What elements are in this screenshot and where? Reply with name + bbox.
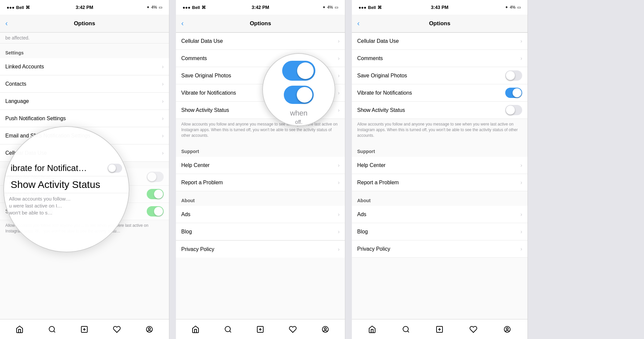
nav-bar-right: ‹ Options (352, 15, 527, 33)
gap-2 (345, 0, 352, 339)
status-bar-left: ●●● Bell ⌘ 3:42 PM ✦ 4% ▭ (0, 0, 169, 15)
nav-title-mid: Options (250, 20, 271, 27)
blog-item-mid[interactable]: Blog › (176, 223, 345, 240)
help-center-item-mid[interactable]: Help Center › (176, 157, 345, 174)
report-problem-item-right[interactable]: Report a Problem › (352, 174, 527, 191)
search-tab-mid[interactable] (221, 323, 235, 336)
activity-toggle-left[interactable] (147, 206, 164, 216)
vibrate-toggle-left[interactable] (147, 172, 164, 182)
status-bar-mid: ●●● Bell ⌘ 3:42 PM ✦ 4% ▭ (176, 0, 345, 15)
ads-item-right[interactable]: Ads › (352, 206, 527, 223)
ads-label-right: Ads (357, 212, 366, 217)
support-header-right: Support (352, 142, 527, 157)
back-button-left[interactable]: ‹ (5, 19, 8, 28)
blog-item-right[interactable]: Blog › (352, 223, 527, 240)
mag-desc-area: Allow accounts you follow…u were last ac… (4, 193, 129, 218)
mag-desc-text: Allow accounts you follow…u were last ac… (9, 196, 71, 215)
left-panel: ●●● Bell ⌘ 3:42 PM ✦ 4% ▭ ‹ Options be a… (0, 0, 169, 339)
svg-line-8 (229, 331, 231, 332)
vibrate-toggle-right[interactable] (505, 88, 522, 98)
nav-title-left: Options (74, 20, 95, 27)
status-right-right: ✦ 4% ▭ (505, 5, 521, 10)
vibrate-toggle-on-left[interactable] (147, 189, 164, 199)
ads-item-mid[interactable]: Ads › (176, 206, 345, 223)
save-photos-toggle[interactable] (505, 70, 522, 81)
show-activity-item-right[interactable]: Show Activity Status (352, 102, 527, 119)
contacts-label: Contacts (5, 81, 26, 87)
language-item[interactable]: Language › (0, 93, 169, 110)
report-problem-chevron-right: › (521, 180, 522, 186)
language-chevron: › (162, 98, 164, 104)
push-notifications-item[interactable]: Push Notification Settings › (0, 110, 169, 127)
mag-blue-knob (297, 62, 314, 79)
mag-when-text: when (287, 109, 311, 119)
search-tab-left[interactable] (45, 323, 59, 336)
privacy-item-mid[interactable]: Privacy Policy › (176, 240, 345, 258)
heart-tab-left[interactable] (110, 323, 123, 336)
help-center-label-right: Help Center (357, 162, 385, 168)
right-fill (528, 0, 644, 339)
nav-title-right: Options (429, 20, 450, 27)
profile-tab-right[interactable] (501, 323, 514, 336)
cellular-item-mid[interactable]: Cellular Data Use › (176, 33, 345, 50)
cellular-chevron-right: › (521, 38, 522, 44)
profile-tab-left[interactable] (143, 323, 156, 336)
privacy-label-right: Privacy Policy (357, 246, 390, 252)
heart-tab-mid[interactable] (286, 323, 299, 336)
svg-point-13 (324, 328, 326, 330)
status-right-left: ✦ 4% ▭ (146, 5, 162, 10)
mag-active-toggle (284, 86, 314, 104)
help-center-item-right[interactable]: Help Center › (352, 157, 527, 174)
svg-point-20 (506, 328, 508, 330)
nav-bar-left: ‹ Options (0, 15, 169, 33)
svg-line-1 (53, 331, 55, 332)
contacts-item[interactable]: Contacts › (0, 75, 169, 93)
privacy-label-mid: Privacy Policy (181, 246, 214, 252)
profile-tab-mid[interactable] (319, 323, 332, 336)
activity-toggle-right[interactable] (505, 105, 522, 115)
back-button-mid[interactable]: ‹ (181, 19, 184, 28)
home-tab-right[interactable] (365, 323, 379, 336)
add-tab-mid[interactable] (254, 323, 267, 336)
home-tab-left[interactable] (13, 323, 26, 336)
linked-accounts-item[interactable]: Linked Accounts › (0, 58, 169, 75)
home-tab-mid[interactable] (189, 323, 202, 336)
privacy-item-right[interactable]: Privacy Policy › (352, 240, 527, 258)
add-tab-right[interactable] (433, 323, 446, 336)
vibrate-label-right: Vibrate for Notifications (357, 90, 412, 96)
mag-off-text: off. (292, 119, 306, 125)
save-photos-label-right: Save Original Photos (357, 73, 407, 79)
linked-accounts-chevron: › (162, 64, 164, 70)
report-problem-item-mid[interactable]: Report a Problem › (176, 174, 345, 191)
mag-vibrate-toggle (108, 164, 122, 173)
mag-activity-text: Show Activity Status (11, 179, 100, 190)
wifi-icon-right: ⌘ (377, 5, 382, 10)
heart-tab-right[interactable] (467, 323, 480, 336)
carrier-name-right: Bell (368, 5, 376, 10)
back-button-right[interactable]: ‹ (357, 19, 360, 28)
cellular-item-right[interactable]: Cellular Data Use › (352, 33, 527, 50)
mag-active-knob (297, 87, 312, 103)
battery-left: 4% (151, 5, 157, 10)
tab-bar-mid (176, 319, 345, 339)
top-truncated: be affected. (0, 33, 169, 43)
bluetooth-icon-mid: ✦ (322, 5, 326, 10)
activity-desc-right: Allow accounts you follow and anyone you… (352, 119, 527, 142)
mag-vibrate-text: ibrate for Notificat… (11, 163, 87, 173)
add-tab-left[interactable] (78, 323, 91, 336)
save-photos-chevron-mid: › (338, 73, 340, 79)
gap-1 (169, 0, 176, 339)
save-photos-item-right[interactable]: Save Original Photos (352, 67, 527, 84)
vibrate-item-right[interactable]: Vibrate for Notifications (352, 84, 527, 102)
mag-blue-toggle-area2 (263, 84, 335, 109)
ads-chevron-right: › (521, 212, 522, 217)
blog-chevron-mid: › (338, 229, 340, 235)
show-activity-label-right: Show Activity Status (357, 107, 405, 113)
comments-item-right[interactable]: Comments › (352, 50, 527, 67)
blog-label-right: Blog (357, 229, 368, 235)
search-tab-right[interactable] (399, 323, 413, 336)
mag-blue-toggle (282, 61, 315, 81)
comments-label-mid: Comments (181, 55, 207, 61)
mid-magnifier: when off. (262, 53, 335, 126)
nav-bar-mid: ‹ Options (176, 15, 345, 33)
